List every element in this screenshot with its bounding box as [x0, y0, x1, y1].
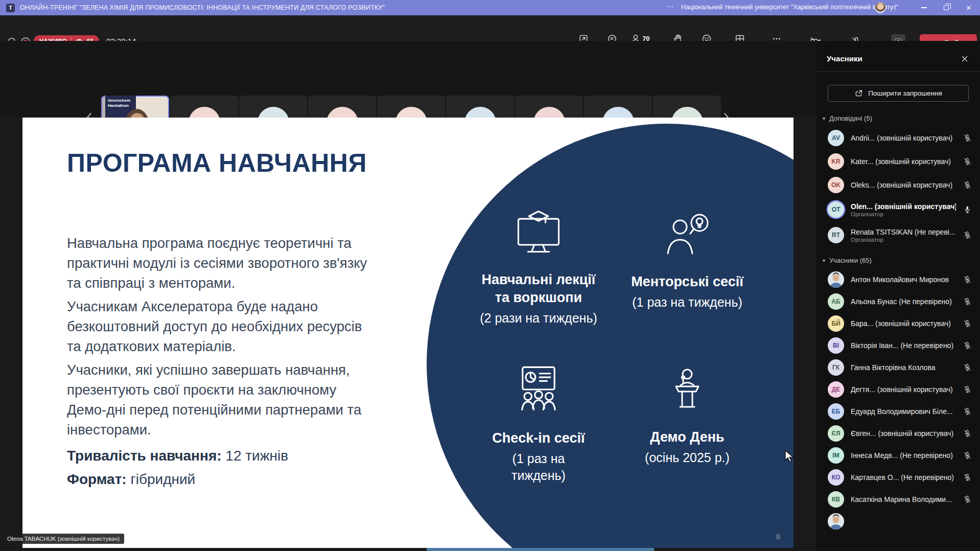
avatar: КО: [828, 469, 844, 486]
titlebar-overflow-icon[interactable]: ⋯: [667, 2, 675, 10]
participant-row[interactable]: БЙ Бара... (зовнішній користувач): [816, 312, 980, 334]
collapse-icon: ▾: [823, 116, 825, 121]
participant-row[interactable]: ДЕ Дегтя... (зовнішній користувач): [816, 378, 980, 400]
participant-name: Євген... (зовнішній користувач): [851, 429, 956, 438]
restore-button[interactable]: [935, 0, 958, 15]
avatar-photo: [828, 513, 844, 530]
feature-subtitle: (1 раз на тиждень): [603, 294, 772, 311]
window-titlebar: T ОНЛАЙН-ТРЕНІНГ "ЗЕЛЕНА ХІМІЯ ДЛЯ ПРОМИ…: [0, 0, 980, 15]
share-invite-button[interactable]: Поширити запрошення: [828, 85, 969, 102]
minimize-button[interactable]: [913, 0, 935, 15]
teams-app-icon: T: [6, 4, 15, 12]
share-invite-label: Поширити запрошення: [868, 89, 942, 97]
participant-name: Вікторія Іван... (Не перевірено): [851, 341, 956, 350]
participant-row[interactable]: АБ Альона Бунас (Не перевірено): [816, 290, 980, 312]
speakers-section-header[interactable]: ▾ Доповідачі (5): [816, 113, 980, 123]
feature-subtitle: (1 раз на тиждень): [454, 450, 623, 484]
slide-decorative-circle: [427, 124, 794, 548]
slide-paragraph: Навчальна програма поєднує теоретичні та…: [67, 233, 367, 293]
share-invite-icon: [854, 89, 863, 98]
participant-name: Olen... (зовнішній користувач): [851, 202, 956, 211]
slide-duration-line: Тривалість навчання: 12 тижнів: [67, 446, 367, 466]
mic-off-icon: [963, 363, 972, 372]
participant-name: Andrii... (зовнішній користувач): [851, 134, 956, 142]
speakers-header-label: Доповідачі (5): [829, 114, 872, 122]
avatar: ГК: [828, 359, 844, 376]
feature-title: Менторські сесії: [603, 273, 772, 291]
close-panel-icon[interactable]: [961, 55, 969, 63]
mic-off-icon: [963, 297, 972, 306]
participant-row[interactable]: RT Renata TSITSIKAN (Не переві... Органі…: [816, 222, 980, 248]
meeting-title: ОНЛАЙН-ТРЕНІНГ "ЗЕЛЕНА ХІМІЯ ДЛЯ ПРОМИСЛ…: [20, 4, 385, 11]
format-value: гібридний: [130, 471, 195, 487]
avatar: ЕБ: [828, 403, 844, 420]
participant-row[interactable]: КВ Касаткіна Марина Володими...: [816, 488, 980, 510]
duration-label: Тривалість навчання:: [67, 448, 222, 464]
checkin-icon: [512, 363, 565, 416]
bottom-accent-bar: [427, 548, 654, 551]
slide-paragraph: Учасникам Акселератора буде надано безко…: [67, 296, 367, 356]
participant-row[interactable]: ЕБ Едуард Володимирович Біле...: [816, 400, 980, 422]
close-window-button[interactable]: ✕: [958, 0, 980, 15]
avatar: КВ: [828, 491, 844, 508]
participant-name: Ганна Вікторівна Козлова: [851, 363, 956, 372]
participant-row[interactable]: ВІ Вікторія Іван... (Не перевірено): [816, 334, 980, 356]
participant-name: Антон Миколайович Миронов: [851, 276, 956, 284]
attendees-section-header[interactable]: ▾ Учасники (65): [816, 255, 980, 265]
slide-format-line: Формат: гібридний: [67, 469, 367, 490]
participant-row[interactable]: KR Kater... (зовнішній користувач): [816, 150, 980, 173]
collapse-icon: ▾: [823, 258, 825, 263]
participant-name: Дегтя... (зовнішній користувач): [851, 385, 956, 394]
participant-row[interactable]: OK Oleks... (зовнішній користувач): [816, 173, 980, 197]
participant-row-partial[interactable]: [816, 510, 980, 532]
participant-name: Oleks... (зовнішній користувач): [851, 181, 956, 189]
feature-title: Check-in сесії: [454, 429, 623, 447]
participant-role: Організатор: [851, 237, 956, 243]
avatar: БЙ: [828, 315, 844, 332]
feature-checkin: Check-in сесії (1 раз на тиждень): [454, 363, 623, 484]
avatar-photo: [828, 271, 844, 288]
avatar: KR: [828, 153, 844, 170]
participant-name: Іннеса Медв... (Не перевірено): [851, 451, 956, 460]
demo-day-icon: [662, 364, 713, 415]
feature-subtitle: (осінь 2025 р.): [603, 449, 772, 466]
mic-off-icon: [963, 495, 972, 504]
feature-mentors: Менторські сесії (1 раз на тиждень): [603, 209, 772, 311]
avatar: OK: [828, 177, 844, 193]
participant-name: Renata TSITSIKAN (Не переві...: [851, 228, 956, 236]
participant-row[interactable]: КО Картавцев О... (Не перевірено): [816, 466, 980, 488]
participant-row[interactable]: AV Andrii... (зовнішній користувач): [816, 126, 980, 150]
mic-off-icon: [963, 385, 972, 394]
speakers-section: ▾ Доповідачі (5) AV Andrii... (зовнішній…: [816, 113, 980, 248]
participant-row[interactable]: ІМ Іннеса Медв... (Не перевірено): [816, 444, 980, 466]
participant-name: Касаткіна Марина Володими...: [851, 495, 956, 503]
participant-row[interactable]: ЄЯ Євген... (зовнішній користувач): [816, 422, 980, 444]
avatar: ДЕ: [828, 381, 844, 398]
avatar: ЄЯ: [828, 425, 844, 442]
slide-page-number: 8: [776, 532, 780, 541]
mic-off-icon: [963, 157, 972, 166]
mic-off-icon: [963, 180, 972, 190]
mouse-cursor: [784, 450, 796, 463]
mic-off-icon: [963, 275, 972, 284]
slide-title: ПРОГРАМА НАВЧАННЯ: [67, 148, 367, 178]
participant-row[interactable]: Антон Миколайович Миронов: [816, 268, 980, 290]
avatar: OT: [828, 201, 844, 218]
avatar: ІМ: [828, 447, 844, 464]
avatar: АБ: [828, 293, 844, 310]
feature-lectures: Навчальні лекції та воркшопи (2 рази на …: [454, 204, 623, 327]
user-avatar[interactable]: [875, 2, 886, 13]
participant-row[interactable]: ГК Ганна Вікторівна Козлова: [816, 356, 980, 378]
duration-value: 12 тижнів: [225, 448, 288, 464]
shared-presentation-slide: ПРОГРАМА НАВЧАННЯ Навчальна програма поє…: [22, 118, 794, 548]
participant-name: Бара... (зовнішній користувач): [851, 319, 956, 328]
participant-name: Альона Бунас (Не перевірено): [851, 297, 956, 306]
participant-role: Організатор: [851, 211, 956, 217]
participants-panel: Учасники Поширити запрошення ▾ Доповідач…: [816, 41, 980, 551]
avatar: RT: [828, 227, 844, 243]
mic-off-icon: [963, 319, 972, 328]
mentor-icon: [662, 209, 713, 260]
format-label: Формат:: [67, 471, 127, 487]
mic-off-icon: [963, 231, 972, 240]
participant-row-active-speaker[interactable]: OT Olen... (зовнішній користувач) Органі…: [816, 197, 980, 222]
